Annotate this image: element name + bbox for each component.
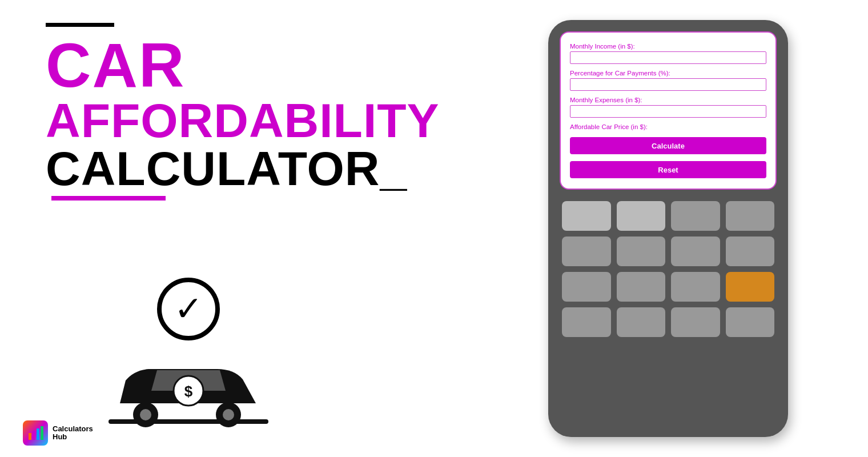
car-illustration: ✓ $ [103, 278, 274, 434]
key-4[interactable] [726, 201, 775, 231]
monthly-expenses-label: Monthly Expenses (in $): [570, 97, 766, 103]
key-2[interactable] [617, 201, 666, 231]
calculator-device: Monthly Income (in $): Percentage for Ca… [548, 20, 788, 437]
affordable-car-price-group: Affordable Car Price (in $): [570, 123, 766, 130]
logo: Calculators Hub [23, 420, 93, 446]
svg-rect-10 [41, 426, 43, 440]
key-15[interactable] [726, 307, 775, 337]
car-payments-group: Percentage for Car Payments (%): [570, 70, 766, 91]
key-11[interactable] [671, 272, 720, 302]
monthly-expenses-input[interactable] [570, 105, 766, 118]
svg-point-4 [140, 409, 151, 420]
svg-rect-7 [29, 433, 31, 440]
title-affordability: AFFORDABILITY [46, 97, 434, 145]
monthly-income-group: Monthly Income (in $): [570, 43, 766, 64]
key-10[interactable] [617, 272, 666, 302]
key-6[interactable] [617, 236, 666, 266]
left-section: CAR AFFORDABILITY CALCULATOR_ ✓ $ [0, 0, 468, 457]
key-1[interactable] [562, 201, 611, 231]
calculator-screen: Monthly Income (in $): Percentage for Ca… [560, 31, 777, 190]
title-calculator: CALCULATOR_ [46, 145, 434, 201]
top-bar-decoration [46, 23, 114, 27]
calculate-button[interactable]: Calculate [570, 137, 766, 154]
key-enter[interactable] [726, 272, 775, 302]
key-9[interactable] [562, 272, 611, 302]
right-section: Monthly Income (in $): Percentage for Ca… [468, 0, 868, 457]
key-7[interactable] [671, 236, 720, 266]
svg-text:$: $ [184, 383, 193, 400]
svg-rect-0 [108, 419, 268, 424]
car-payments-input[interactable] [570, 78, 766, 91]
key-5[interactable] [562, 236, 611, 266]
logo-icon [23, 420, 48, 446]
key-14[interactable] [671, 307, 720, 337]
car-icon: $ [103, 340, 274, 434]
key-13[interactable] [617, 307, 666, 337]
checkmark-circle: ✓ [157, 278, 220, 340]
checkmark-icon: ✓ [174, 292, 203, 326]
car-payments-label: Percentage for Car Payments (%): [570, 70, 766, 77]
keypad [560, 199, 777, 339]
key-3[interactable] [671, 201, 720, 231]
monthly-income-input[interactable] [570, 51, 766, 64]
monthly-expenses-group: Monthly Expenses (in $): [570, 97, 766, 118]
key-12[interactable] [562, 307, 611, 337]
svg-rect-8 [33, 431, 35, 440]
affordable-car-price-label: Affordable Car Price (in $): [570, 123, 766, 130]
svg-point-6 [223, 409, 234, 420]
title-car: CAR [46, 34, 434, 97]
svg-rect-9 [37, 428, 39, 440]
monthly-income-label: Monthly Income (in $): [570, 43, 766, 50]
key-8[interactable] [726, 236, 775, 266]
reset-button[interactable]: Reset [570, 161, 766, 178]
logo-text: Calculators Hub [53, 425, 93, 442]
